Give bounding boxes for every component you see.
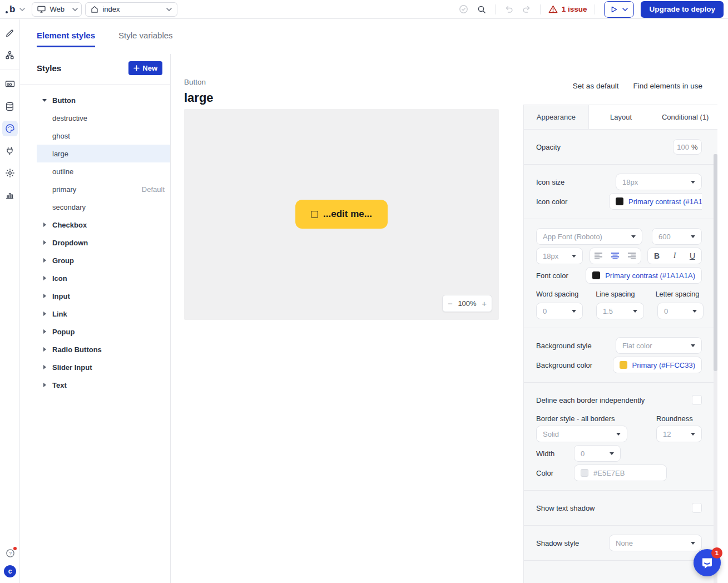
font-color-picker[interactable]: Primary contrast (#1A1A1A) bbox=[586, 267, 702, 284]
show-text-shadow-checkbox[interactable] bbox=[692, 503, 702, 513]
plugins-plug-icon[interactable] bbox=[2, 143, 18, 159]
logs-chart-icon[interactable] bbox=[2, 187, 18, 203]
opacity-input[interactable]: 100 % bbox=[673, 139, 702, 155]
style-item-ghost[interactable]: ghost bbox=[37, 127, 170, 145]
new-style-button-label: New bbox=[142, 64, 157, 72]
styles-panel: Styles New Button destructive ghost larg… bbox=[20, 54, 171, 583]
zoom-out-button[interactable]: − bbox=[448, 299, 453, 308]
style-group-button[interactable]: Button bbox=[37, 91, 170, 109]
italic-button[interactable]: I bbox=[667, 251, 682, 260]
new-style-button[interactable]: New bbox=[128, 61, 162, 75]
upgrade-to-deploy-button[interactable]: Upgrade to deploy bbox=[641, 1, 724, 18]
line-spacing-label: Line spacing bbox=[596, 290, 642, 298]
style-group-link[interactable]: Link bbox=[37, 305, 170, 323]
design-pencil-icon[interactable] bbox=[2, 25, 18, 41]
chevron-down-icon bbox=[691, 235, 695, 238]
chat-launcher[interactable]: 1 bbox=[694, 549, 721, 576]
align-center-icon[interactable] bbox=[611, 253, 619, 259]
zoom-in-button[interactable]: + bbox=[482, 299, 487, 308]
issues-count-label: 1 issue bbox=[562, 5, 587, 13]
style-item-primary[interactable]: primary Default bbox=[37, 180, 170, 198]
database-icon[interactable] bbox=[2, 98, 18, 114]
style-item-secondary[interactable]: secondary bbox=[37, 198, 170, 216]
line-spacing-select[interactable]: 1.5 bbox=[596, 303, 644, 319]
style-group-checkbox[interactable]: Checkbox bbox=[37, 216, 170, 234]
caret-right-icon bbox=[37, 347, 52, 352]
help-icon[interactable]: ? bbox=[4, 547, 16, 559]
word-spacing-select[interactable]: 0 bbox=[536, 303, 583, 319]
define-borders-checkbox[interactable] bbox=[692, 395, 702, 405]
avatar[interactable]: c bbox=[4, 565, 16, 577]
shadow-style-label: Shadow style bbox=[536, 539, 579, 547]
platform-select[interactable]: Web bbox=[32, 2, 82, 17]
tab-conditional[interactable]: Conditional (1) bbox=[653, 105, 717, 129]
workflow-sitemap-icon[interactable] bbox=[2, 47, 18, 63]
style-item-outline[interactable]: outline bbox=[37, 162, 170, 180]
border-color-input[interactable]: #E5E7EB bbox=[574, 465, 667, 481]
icon-size-select[interactable]: 18px bbox=[616, 174, 702, 190]
styles-palette-icon[interactable] bbox=[2, 121, 18, 136]
find-elements-link[interactable]: Find elements in use bbox=[633, 82, 702, 90]
app-menu[interactable]: b bbox=[0, 4, 32, 15]
letter-spacing-select[interactable]: 0 bbox=[657, 303, 704, 319]
panel-scrollbar[interactable] bbox=[714, 154, 717, 583]
roundness-select[interactable]: 12 bbox=[656, 426, 702, 442]
checklist-icon[interactable] bbox=[456, 2, 472, 17]
tab-layout[interactable]: Layout bbox=[589, 105, 653, 129]
search-icon[interactable] bbox=[474, 2, 489, 17]
tab-style-variables[interactable]: Style variables bbox=[118, 31, 173, 47]
text-shadow-section: Show text shadow bbox=[524, 491, 717, 526]
shadow-style-select[interactable]: None bbox=[609, 535, 702, 551]
redo-icon[interactable] bbox=[519, 2, 534, 17]
page-select[interactable]: index bbox=[85, 2, 177, 17]
align-left-icon[interactable] bbox=[595, 253, 602, 259]
bold-button[interactable]: B bbox=[650, 251, 664, 260]
style-item-destructive[interactable]: destructive bbox=[37, 109, 170, 127]
chevron-down-icon bbox=[631, 235, 636, 238]
style-group-icon[interactable]: Icon bbox=[37, 269, 170, 287]
font-section: App Font (Roboto) 600 18px bbox=[524, 219, 717, 328]
style-group-slider-input[interactable]: Slider Input bbox=[37, 358, 170, 376]
preview-button[interactable]: ...edit me... bbox=[295, 200, 388, 229]
style-group-input[interactable]: Input bbox=[37, 287, 170, 305]
issues-indicator[interactable]: 1 issue bbox=[546, 5, 590, 13]
font-family-select[interactable]: App Font (Roboto) bbox=[536, 228, 642, 245]
background-style-select[interactable]: Flat color bbox=[616, 337, 702, 354]
preview-run-button[interactable] bbox=[604, 1, 634, 18]
style-group-dropdown[interactable]: Dropdown bbox=[37, 234, 170, 251]
underline-button[interactable]: U bbox=[685, 251, 700, 260]
chevron-down-icon bbox=[633, 310, 637, 313]
border-width-select[interactable]: 0 bbox=[574, 445, 621, 462]
align-right-icon[interactable] bbox=[628, 253, 636, 259]
chevron-down-icon bbox=[691, 433, 695, 436]
style-group-radio-buttons[interactable]: Radio Buttons bbox=[37, 340, 170, 358]
styles-panel-header: Styles New bbox=[20, 54, 170, 85]
caret-right-icon bbox=[37, 258, 52, 263]
style-group-text[interactable]: Text bbox=[37, 376, 170, 394]
icon-color-picker[interactable]: Primary contrast (#1A1A1A) bbox=[609, 193, 702, 210]
undo-icon[interactable] bbox=[501, 2, 517, 17]
style-group-popup[interactable]: Popup bbox=[37, 323, 170, 340]
icon-color-label: Icon color bbox=[536, 197, 567, 206]
reusable-components-icon[interactable] bbox=[2, 76, 18, 92]
font-size-select[interactable]: 18px bbox=[536, 248, 583, 264]
style-group-group[interactable]: Group bbox=[37, 251, 170, 269]
font-weight-select[interactable]: 600 bbox=[652, 228, 702, 245]
chevron-down-icon bbox=[572, 310, 576, 313]
tab-element-styles[interactable]: Element styles bbox=[37, 31, 95, 47]
background-color-picker[interactable]: Primary (#FFCC33) bbox=[613, 357, 702, 373]
set-as-default-link[interactable]: Set as default bbox=[573, 82, 619, 90]
caret-right-icon bbox=[37, 365, 52, 369]
scrollbar-thumb[interactable] bbox=[714, 154, 717, 371]
chat-unread-badge: 1 bbox=[711, 547, 722, 559]
border-style-label: Border style - all borders bbox=[536, 414, 615, 423]
chevron-down-icon bbox=[692, 310, 697, 313]
border-width-label: Width bbox=[536, 449, 574, 458]
chevron-down-icon bbox=[616, 433, 621, 436]
style-item-large[interactable]: large bbox=[37, 145, 170, 162]
border-style-select[interactable]: Solid bbox=[536, 426, 627, 442]
style-actions: Set as default Find elements in use bbox=[573, 82, 702, 90]
settings-gear-icon[interactable] bbox=[2, 165, 18, 181]
background-style-label: Background style bbox=[536, 342, 592, 350]
tab-appearance[interactable]: Appearance bbox=[524, 105, 589, 129]
